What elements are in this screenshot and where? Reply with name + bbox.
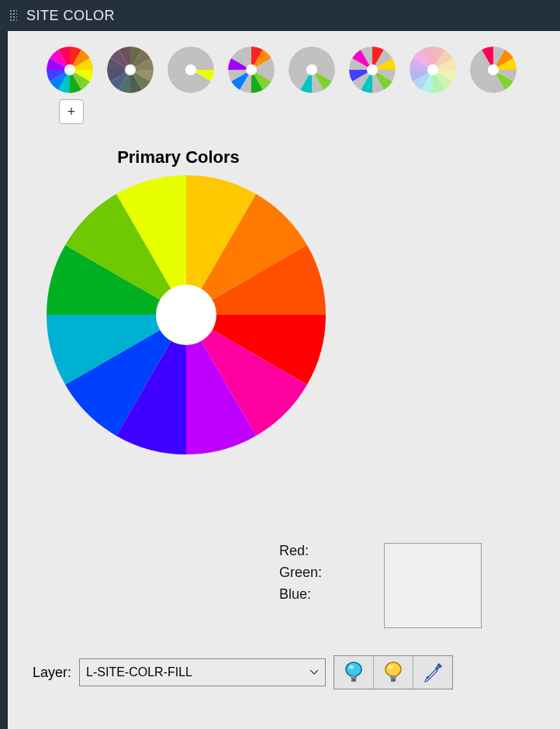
preset-center bbox=[306, 64, 317, 75]
preset-center bbox=[427, 64, 438, 75]
preset-wheel-2[interactable] bbox=[107, 47, 154, 93]
preset-center bbox=[367, 64, 378, 75]
preset-wheel-4[interactable] bbox=[228, 47, 275, 93]
drag-grip-icon[interactable] bbox=[9, 9, 17, 22]
panel-content: + Primary Colors Red: Green: Blue: Layer… bbox=[8, 31, 560, 729]
rgb-readout: Red: Green: Blue: bbox=[279, 543, 482, 628]
eyedropper-button[interactable] bbox=[413, 656, 452, 689]
green-label: Green: bbox=[279, 565, 322, 586]
layer-label: Layer: bbox=[33, 665, 71, 681]
preset-wheel-6[interactable] bbox=[349, 47, 396, 93]
plus-icon: + bbox=[67, 104, 76, 120]
preset-wheel-7[interactable] bbox=[410, 47, 456, 93]
svg-rect-6 bbox=[390, 675, 396, 679]
preset-wheel-row bbox=[47, 47, 537, 93]
yellow-bulb-button[interactable] bbox=[374, 656, 413, 689]
preset-center bbox=[185, 64, 196, 75]
layer-select[interactable]: L-SITE-COLR-FILL bbox=[79, 658, 326, 686]
preset-center bbox=[246, 64, 257, 75]
chevron-down-icon bbox=[309, 667, 319, 678]
color-swatch bbox=[384, 543, 482, 628]
section-title: Primary Colors bbox=[16, 147, 341, 168]
preset-center bbox=[64, 64, 75, 75]
preset-center bbox=[125, 64, 136, 75]
blue-bulb-button[interactable] bbox=[334, 656, 374, 689]
svg-point-5 bbox=[389, 665, 393, 669]
svg-point-4 bbox=[385, 662, 401, 676]
preset-wheel-3[interactable] bbox=[168, 47, 214, 93]
svg-rect-2 bbox=[351, 675, 357, 679]
blue-bulb-icon bbox=[344, 661, 364, 684]
panel-titlebar: SITE COLOR bbox=[0, 0, 560, 32]
svg-point-1 bbox=[349, 665, 354, 669]
preset-wheel-1[interactable] bbox=[47, 47, 93, 93]
eyedropper-icon bbox=[422, 662, 444, 683]
primary-color-wheel[interactable] bbox=[47, 175, 326, 454]
layer-selected-value: L-SITE-COLR-FILL bbox=[86, 665, 192, 679]
layer-row: Layer: L-SITE-COLR-FILL bbox=[33, 655, 453, 689]
tool-buttons bbox=[334, 655, 453, 689]
preset-wheel-8[interactable] bbox=[470, 47, 517, 93]
add-preset-button[interactable]: + bbox=[59, 99, 84, 124]
svg-point-0 bbox=[346, 662, 361, 676]
yellow-bulb-icon bbox=[383, 661, 403, 684]
preset-wheel-5[interactable] bbox=[289, 47, 335, 93]
panel-title: SITE COLOR bbox=[26, 8, 115, 24]
blue-label: Blue: bbox=[279, 586, 322, 608]
svg-rect-7 bbox=[391, 679, 396, 682]
svg-rect-3 bbox=[351, 679, 356, 682]
left-strip bbox=[0, 31, 8, 729]
preset-center bbox=[488, 64, 499, 75]
wheel-center bbox=[156, 285, 216, 345]
red-label: Red: bbox=[279, 543, 322, 565]
